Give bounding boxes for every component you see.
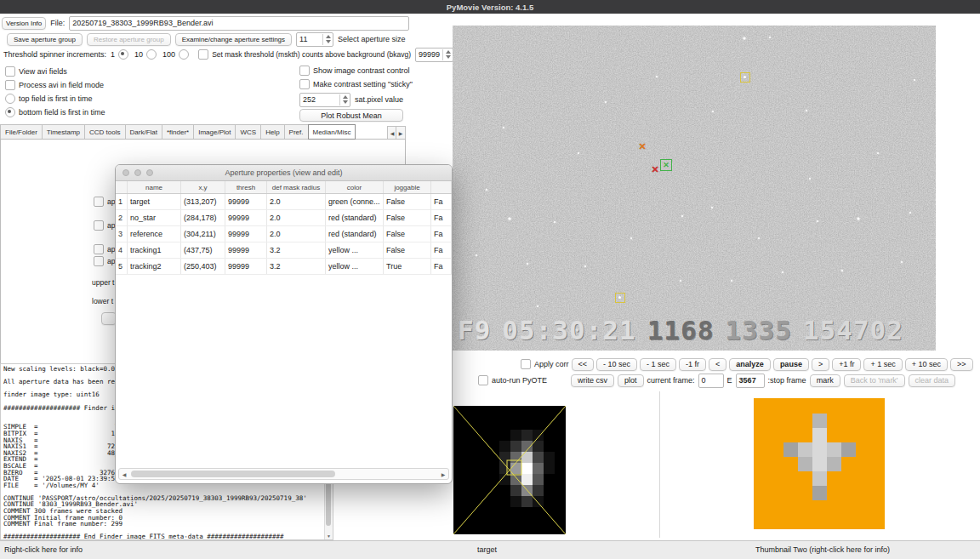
playback-button-pause[interactable]: pause xyxy=(773,358,809,371)
restore-aperture-group-button[interactable]: Restore aperture group xyxy=(87,33,171,46)
playback-button-1-fr[interactable]: -1 fr xyxy=(679,358,706,371)
star xyxy=(858,218,860,220)
threshold-option-1[interactable]: 1 xyxy=(111,48,128,61)
star xyxy=(909,212,911,214)
option-view-avi-fields[interactable]: View avi fields xyxy=(5,65,105,78)
current-frame-label: current frame: xyxy=(647,376,695,385)
playback-button-7[interactable]: > xyxy=(812,358,829,371)
zoom-icon[interactable] xyxy=(146,169,153,176)
playback-button-1-sec[interactable]: - 1 sec xyxy=(640,358,676,371)
radio-icon xyxy=(5,107,15,117)
star xyxy=(486,189,487,191)
aperture-row-no-star[interactable]: 2no_star(284,178)999992.0red (standard)F… xyxy=(116,210,452,226)
threshold-option-100[interactable]: 100 xyxy=(162,48,189,61)
plot-robust-mean-button[interactable]: Plot Robust Mean xyxy=(299,109,403,122)
aperture-size-select[interactable]: 11 xyxy=(296,32,333,47)
video-frame[interactable]: F905:30:2111681335154702 ✕✕✕ xyxy=(453,26,936,351)
pixel xyxy=(812,471,827,486)
tab-ccd-tools[interactable]: CCD tools xyxy=(84,124,125,140)
apply-corr-checkbox[interactable]: Apply corr xyxy=(521,357,569,371)
aperture-row-reference[interactable]: 3reference(304,211)999992.0red (standard… xyxy=(116,226,452,242)
tab-pref[interactable]: Pref. xyxy=(284,124,309,140)
status-left-text[interactable]: Right-click here for info xyxy=(4,545,83,554)
star xyxy=(841,270,843,271)
examine-aperture-settings-button[interactable]: Examine/change aperture settings xyxy=(175,33,292,46)
clear-data-button[interactable]: clear data xyxy=(909,374,956,387)
save-aperture-group-button[interactable]: Save aperture group xyxy=(7,33,83,46)
playback-button-11[interactable]: >> xyxy=(950,358,973,371)
playback-button-1-fr[interactable]: +1 fr xyxy=(832,358,861,371)
aperture-row-target[interactable]: 1target(313,207)999992.0green (conne...F… xyxy=(116,194,452,210)
file-input[interactable]: 20250719_38303_1999RB93_Bender.avi xyxy=(69,16,409,31)
aperture-table-body: 1target(313,207)999992.0green (conne...F… xyxy=(116,194,452,275)
mask-threshold-spinner[interactable]: 99999 xyxy=(415,48,453,62)
tab-dark-flat[interactable]: Dark/Flat xyxy=(125,124,162,140)
tab-help[interactable]: Help xyxy=(260,124,284,140)
playback-button-0[interactable]: << xyxy=(572,358,595,371)
plot-button[interactable]: plot xyxy=(618,374,644,387)
close-icon[interactable] xyxy=(122,169,129,176)
aperture-row-tracking1[interactable]: 4tracking1(437,75)999993.2yellow ...Fals… xyxy=(116,242,452,259)
dropdown-arrows-icon[interactable] xyxy=(322,34,333,45)
checkbox-icon xyxy=(521,359,531,369)
sat-pixel-spinner[interactable]: 252 xyxy=(299,93,350,107)
pymovie-app: { "titlebar": { "title": "PyMovie Versio… xyxy=(0,0,980,559)
thumbnail-divider xyxy=(659,391,660,538)
radio-icon xyxy=(179,49,189,60)
option-make-contrast-setting-sticky[interactable]: Make contrast setting "sticky" xyxy=(299,77,413,91)
minimize-icon[interactable] xyxy=(134,169,141,176)
current-frame-input[interactable]: 0 xyxy=(698,374,724,388)
option-bottom-field-is-first-in-time[interactable]: bottom field is first in time xyxy=(5,106,105,119)
dialog-titlebar[interactable]: Aperture properties (view and edit) xyxy=(116,165,452,181)
dialog-hscrollbar[interactable]: ◀ ▶ xyxy=(118,468,449,480)
stepper-arrows-icon[interactable] xyxy=(339,94,350,106)
stepper-arrows-icon[interactable] xyxy=(442,49,453,60)
thumbnail-two[interactable] xyxy=(754,398,885,529)
tab-file-folder[interactable]: File/Folder xyxy=(0,124,43,140)
option-process-avi-in-field-mode[interactable]: Process avi in field mode xyxy=(5,78,105,92)
stop-frame-input[interactable]: 3567 xyxy=(736,374,765,388)
thumbnail-one-label: target xyxy=(477,545,497,554)
mask-threshold-label: Set mask threshold (mskth) counts above … xyxy=(212,50,411,59)
playback-button-analyze[interactable]: analyze xyxy=(729,358,771,371)
playback-button-4[interactable]: < xyxy=(709,358,726,371)
thumbnail-two-label[interactable]: Thumbnail Two (right-click here for info… xyxy=(755,545,890,554)
pixel xyxy=(812,486,827,500)
tab-timestamp[interactable]: Timestamp xyxy=(42,124,85,140)
auto-run-pyote-checkbox[interactable]: auto-run PyOTE xyxy=(478,374,547,387)
tab-wcs[interactable]: WCS xyxy=(235,124,261,140)
option-show-image-contrast-control[interactable]: Show image contrast control xyxy=(299,64,413,77)
star xyxy=(782,271,783,273)
scroll-down-icon[interactable]: ▼ xyxy=(325,533,333,539)
pixel xyxy=(841,442,856,457)
scrollbar-thumb[interactable] xyxy=(131,471,335,477)
back-to-mark-button[interactable]: Back to 'mark' xyxy=(844,374,905,387)
mask-threshold-checkbox[interactable]: Set mask threshold (mskth) counts above … xyxy=(198,48,411,61)
tab-scroll-right-icon[interactable]: ▶ xyxy=(396,126,406,140)
scroll-left-icon[interactable]: ◀ xyxy=(119,471,129,477)
window-title: PyMovie Version: 4.1.5 xyxy=(447,3,533,12)
threshold-row: Threshold spinner increments: 110100 Set… xyxy=(3,48,403,61)
upper-fragment-label: upper t xyxy=(92,278,114,287)
aperture-crosshair-overlay xyxy=(453,406,566,534)
playback-button-10-sec[interactable]: + 10 sec xyxy=(905,358,948,371)
traffic-lights xyxy=(122,169,153,176)
aperture-row-tracking2[interactable]: 5tracking2(250,403)999993.2yellow ...Tru… xyxy=(116,259,452,275)
playback-button-1-sec[interactable]: + 1 sec xyxy=(863,358,902,371)
tab-image-plot[interactable]: Image/Plot xyxy=(193,124,236,140)
aperture-properties-dialog[interactable]: Aperture properties (view and edit) name… xyxy=(115,164,453,484)
star xyxy=(656,76,658,77)
checkbox-icon xyxy=(94,197,104,207)
tab-finder[interactable]: *finder* xyxy=(162,124,194,140)
timestamp-segment: 05:30:21 xyxy=(502,315,635,345)
threshold-option-10[interactable]: 10 xyxy=(134,48,157,61)
playback-button-10-sec[interactable]: - 10 sec xyxy=(596,358,637,371)
tab-median-misc[interactable]: Median/Misc xyxy=(308,124,356,140)
thumbnail-one[interactable] xyxy=(453,406,566,534)
option-top-field-is-first-in-time[interactable]: top field is first in time xyxy=(5,92,105,106)
mark-button[interactable]: mark xyxy=(810,374,840,387)
scroll-right-icon[interactable]: ▶ xyxy=(438,471,448,477)
version-info-button[interactable]: Version Info xyxy=(2,17,46,30)
radio-icon xyxy=(5,94,15,104)
write-csv-button[interactable]: write csv xyxy=(571,374,614,387)
